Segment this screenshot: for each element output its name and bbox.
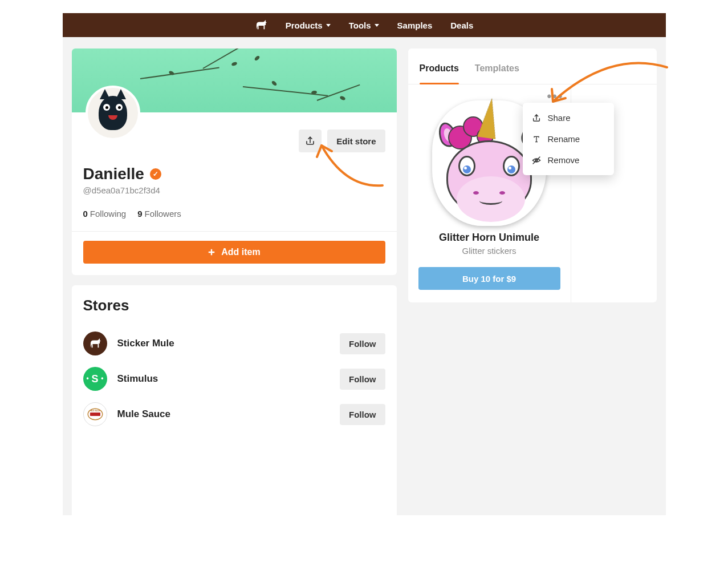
nav-tools[interactable]: Tools [349,21,379,30]
cat-icon [99,96,127,130]
follow-button[interactable]: Follow [340,369,385,390]
store-name[interactable]: Mule Sauce [117,409,171,420]
top-nav: Products Tools Samples Deals [63,13,666,37]
profile-name: Danielle [83,165,385,183]
store-row: •S• Stimulus Follow [83,361,385,397]
follow-button[interactable]: Follow [340,333,385,354]
store-name[interactable]: Stimulus [117,373,158,385]
divider [72,231,397,232]
svg-rect-1 [90,413,100,416]
svg-line-4 [533,157,540,164]
profile-handle: @d5ea0a71bc2f3d4 [83,185,385,195]
tabs: Products Templates [408,48,657,84]
menu-share[interactable]: Share [523,107,614,128]
followers-stat[interactable]: 9Followers [137,209,181,219]
chevron-down-icon [326,24,331,27]
tab-products[interactable]: Products [420,63,459,84]
profile-stats: 0Following 9Followers [83,209,385,219]
store-logo-sticker-mule [83,332,107,355]
nav-products[interactable]: Products [286,21,331,30]
stores-heading: Stores [83,297,385,314]
nav-samples[interactable]: Samples [397,21,433,30]
verified-badge-icon [150,168,161,180]
eye-off-icon [532,156,541,165]
tab-templates[interactable]: Templates [475,63,519,84]
product-card: ••• Share Rename [408,84,571,302]
buy-button[interactable]: Buy 10 for $9 [418,267,560,290]
nav-deals[interactable]: Deals [450,21,473,30]
text-icon [532,135,541,144]
store-row: Mule Sauce Mule Sauce Follow [83,397,385,432]
follow-button[interactable]: Follow [340,404,385,425]
share-profile-button[interactable] [299,130,322,152]
menu-rename[interactable]: Rename [523,128,614,149]
product-title: Glitter Horn Unimule [418,232,560,244]
store-logo-mule-sauce: Mule Sauce [83,402,107,426]
logo-link[interactable] [255,20,267,30]
share-icon [305,136,315,146]
plus-icon [208,248,215,256]
stores-card: Stores Sticker Mule Follow [72,285,397,536]
mule-icon [89,338,101,349]
stimulus-icon: •S• [91,373,98,385]
products-panel: Products Templates ••• Share [408,48,657,302]
profile-avatar[interactable] [86,86,140,140]
profile-card: Edit store Danielle @d5ea0a71bc2f3d4 0Fo… [72,48,397,275]
more-options-button[interactable]: ••• [547,90,563,103]
edit-store-button[interactable]: Edit store [327,130,385,152]
product-menu: Share Rename Remove [523,103,614,175]
store-row: Sticker Mule Follow [83,326,385,361]
store-name[interactable]: Sticker Mule [117,338,174,349]
add-item-button[interactable]: Add item [83,241,385,264]
following-stat[interactable]: 0Following [83,209,127,219]
product-subtitle: Glitter stickers [418,246,560,256]
share-icon [532,114,541,123]
sauce-label-icon: Mule Sauce [87,406,104,423]
menu-remove[interactable]: Remove [523,149,614,171]
store-logo-stimulus: •S• [83,367,107,391]
svg-text:Mule Sauce: Mule Sauce [90,410,100,412]
mule-logo-icon [255,20,267,30]
chevron-down-icon [375,24,379,27]
app-frame: Products Tools Samples Deals [63,13,666,515]
